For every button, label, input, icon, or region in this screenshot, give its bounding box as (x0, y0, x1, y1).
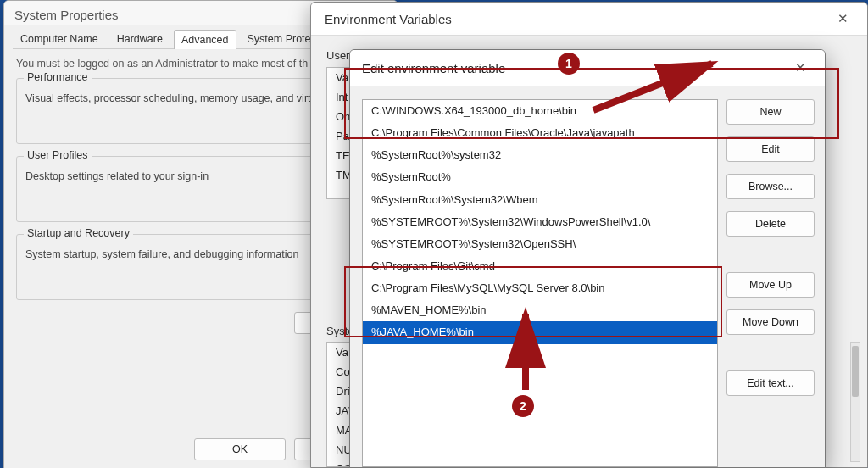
close-icon[interactable]: ✕ (788, 58, 813, 77)
delete-button[interactable]: Delete (726, 211, 815, 237)
group-label: Performance (24, 71, 92, 83)
scrollbar[interactable] (850, 342, 860, 462)
path-entry[interactable]: %SYSTEMROOT%\System32\OpenSSH\ (363, 233, 717, 255)
path-entry[interactable]: C:\Program Files\MySQL\MySQL Server 8.0\… (363, 277, 717, 299)
group-label: User Profiles (24, 149, 92, 161)
user-vars-label: User (326, 49, 349, 62)
tab-hardware[interactable]: Hardware (109, 29, 170, 48)
titlebar: Environment Variables ✕ (311, 3, 867, 36)
edit-text-button[interactable]: Edit text... (726, 370, 815, 396)
path-entry[interactable]: %JAVA_HOME%\bin (363, 321, 717, 343)
path-entry[interactable]: %SystemRoot%\system32 (363, 144, 717, 166)
ok-button[interactable]: OK (194, 438, 286, 460)
path-entry[interactable]: C:\Program Files\Git\cmd (363, 255, 717, 277)
annotation-badge-2: 2 (512, 395, 534, 417)
path-entry[interactable]: %SystemRoot%\System32\Wbem (363, 189, 717, 211)
window-title: Environment Variables (325, 12, 452, 26)
path-entry[interactable]: %MAVEN_HOME%\bin (363, 299, 717, 321)
path-entry[interactable]: C:\Program Files\Common Files\Oracle\Jav… (363, 122, 717, 144)
path-entry[interactable]: %SystemRoot% (363, 166, 717, 188)
annotation-badge-1: 1 (558, 53, 580, 75)
dialog-title: Edit environment variable (362, 61, 505, 75)
path-entry[interactable]: C:\WINDOWS.X64_193000_db_home\bin (363, 100, 717, 122)
move-down-button[interactable]: Move Down (726, 309, 815, 335)
new-button[interactable]: New (726, 99, 815, 125)
move-up-button[interactable]: Move Up (726, 272, 815, 298)
tab-computer-name[interactable]: Computer Name (13, 29, 106, 48)
edit-environment-variable-dialog: Edit environment variable ✕ C:\WINDOWS.X… (349, 49, 826, 468)
group-label: Startup and Recovery (24, 227, 133, 239)
tab-advanced[interactable]: Advanced (174, 30, 236, 49)
path-entry[interactable]: %SYSTEMROOT%\System32\WindowsPowerShell\… (363, 211, 717, 233)
path-list[interactable]: C:\WINDOWS.X64_193000_db_home\binC:\Prog… (362, 99, 718, 467)
close-icon[interactable]: ✕ (831, 9, 855, 28)
titlebar: Edit environment variable ✕ (350, 50, 825, 86)
edit-button[interactable]: Edit (726, 136, 815, 162)
browse-button[interactable]: Browse... (726, 174, 815, 199)
